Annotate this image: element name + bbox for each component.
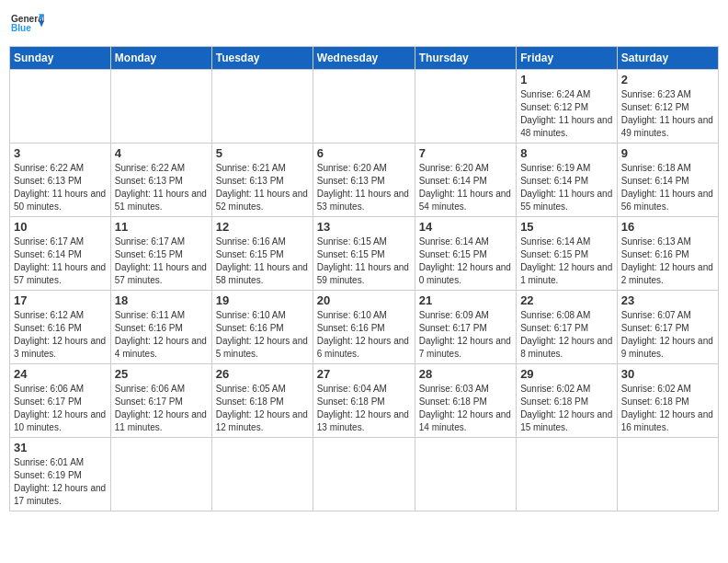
calendar-cell: 28Sunrise: 6:03 AM Sunset: 6:18 PM Dayli… (415, 364, 516, 438)
calendar-cell: 20Sunrise: 6:10 AM Sunset: 6:16 PM Dayli… (313, 291, 415, 364)
day-number: 31 (14, 441, 107, 454)
day-number: 30 (621, 367, 714, 381)
calendar-cell: 1Sunrise: 6:24 AM Sunset: 6:12 PM Daylig… (517, 70, 618, 144)
calendar-cell: 14Sunrise: 6:14 AM Sunset: 6:15 PM Dayli… (415, 217, 516, 291)
day-info: Sunrise: 6:19 AM Sunset: 6:14 PM Dayligh… (520, 162, 613, 213)
svg-text:Blue: Blue (11, 23, 31, 33)
day-number: 11 (115, 220, 208, 234)
day-info: Sunrise: 6:05 AM Sunset: 6:18 PM Dayligh… (216, 383, 309, 434)
calendar-cell: 2Sunrise: 6:23 AM Sunset: 6:12 PM Daylig… (617, 70, 718, 144)
day-info: Sunrise: 6:13 AM Sunset: 6:16 PM Dayligh… (621, 236, 714, 287)
day-number: 23 (621, 293, 714, 307)
calendar-week-row: 1Sunrise: 6:24 AM Sunset: 6:12 PM Daylig… (10, 70, 719, 144)
calendar-cell: 29Sunrise: 6:02 AM Sunset: 6:18 PM Dayli… (517, 364, 618, 438)
day-info: Sunrise: 6:18 AM Sunset: 6:14 PM Dayligh… (621, 162, 714, 213)
day-info: Sunrise: 6:10 AM Sunset: 6:16 PM Dayligh… (216, 309, 309, 361)
calendar-cell: 7Sunrise: 6:20 AM Sunset: 6:14 PM Daylig… (415, 144, 516, 217)
calendar-cell (313, 70, 415, 144)
calendar-cell: 24Sunrise: 6:06 AM Sunset: 6:17 PM Dayli… (10, 364, 111, 438)
calendar-cell (517, 438, 618, 511)
calendar-cell (617, 438, 718, 511)
day-info: Sunrise: 6:24 AM Sunset: 6:12 PM Dayligh… (520, 88, 613, 140)
day-info: Sunrise: 6:06 AM Sunset: 6:17 PM Dayligh… (14, 383, 107, 434)
day-number: 13 (317, 220, 411, 234)
day-info: Sunrise: 6:01 AM Sunset: 6:19 PM Dayligh… (14, 456, 107, 508)
day-number: 7 (419, 146, 512, 160)
day-headers-row: SundayMondayTuesdayWednesdayThursdayFrid… (10, 47, 719, 70)
day-info: Sunrise: 6:22 AM Sunset: 6:13 PM Dayligh… (115, 162, 208, 213)
day-info: Sunrise: 6:23 AM Sunset: 6:12 PM Dayligh… (621, 88, 714, 140)
calendar-cell (110, 70, 211, 144)
logo: General Blue (9, 13, 44, 40)
day-info: Sunrise: 6:02 AM Sunset: 6:18 PM Dayligh… (621, 383, 714, 434)
day-number: 28 (419, 367, 512, 381)
day-number: 4 (115, 146, 208, 160)
header: General Blue (9, 9, 719, 40)
calendar-cell: 16Sunrise: 6:13 AM Sunset: 6:16 PM Dayli… (617, 217, 718, 291)
day-header-saturday: Saturday (617, 47, 718, 70)
calendar-cell (415, 438, 516, 511)
calendar-cell (415, 70, 516, 144)
day-info: Sunrise: 6:11 AM Sunset: 6:16 PM Dayligh… (115, 309, 208, 361)
calendar-cell: 30Sunrise: 6:02 AM Sunset: 6:18 PM Dayli… (617, 364, 718, 438)
calendar-week-row: 10Sunrise: 6:17 AM Sunset: 6:14 PM Dayli… (10, 217, 719, 291)
day-number: 12 (216, 220, 309, 234)
calendar-cell: 10Sunrise: 6:17 AM Sunset: 6:14 PM Dayli… (10, 217, 111, 291)
calendar-cell (211, 70, 313, 144)
calendar-cell: 13Sunrise: 6:15 AM Sunset: 6:15 PM Dayli… (313, 217, 415, 291)
day-number: 8 (520, 146, 613, 160)
calendar-cell (110, 438, 211, 511)
day-info: Sunrise: 6:12 AM Sunset: 6:16 PM Dayligh… (14, 309, 107, 361)
calendar-cell: 6Sunrise: 6:20 AM Sunset: 6:13 PM Daylig… (313, 144, 415, 217)
day-info: Sunrise: 6:17 AM Sunset: 6:15 PM Dayligh… (115, 236, 208, 287)
day-number: 27 (317, 367, 411, 381)
day-info: Sunrise: 6:14 AM Sunset: 6:15 PM Dayligh… (419, 236, 512, 287)
calendar-body: 1Sunrise: 6:24 AM Sunset: 6:12 PM Daylig… (10, 70, 719, 511)
day-number: 10 (14, 220, 107, 234)
calendar-cell: 23Sunrise: 6:07 AM Sunset: 6:17 PM Dayli… (617, 291, 718, 364)
day-info: Sunrise: 6:15 AM Sunset: 6:15 PM Dayligh… (317, 236, 411, 287)
day-number: 3 (14, 146, 107, 160)
day-number: 26 (216, 367, 309, 381)
day-info: Sunrise: 6:17 AM Sunset: 6:14 PM Dayligh… (14, 236, 107, 287)
day-number: 1 (520, 73, 613, 86)
day-info: Sunrise: 6:02 AM Sunset: 6:18 PM Dayligh… (520, 383, 613, 434)
day-number: 6 (317, 146, 411, 160)
day-number: 18 (115, 293, 208, 307)
day-info: Sunrise: 6:16 AM Sunset: 6:15 PM Dayligh… (216, 236, 309, 287)
day-header-sunday: Sunday (10, 47, 111, 70)
calendar-cell: 27Sunrise: 6:04 AM Sunset: 6:18 PM Dayli… (313, 364, 415, 438)
day-number: 20 (317, 293, 411, 307)
day-header-thursday: Thursday (415, 47, 516, 70)
calendar-week-row: 31Sunrise: 6:01 AM Sunset: 6:19 PM Dayli… (10, 438, 719, 511)
day-number: 16 (621, 220, 714, 234)
calendar-week-row: 3Sunrise: 6:22 AM Sunset: 6:13 PM Daylig… (10, 144, 719, 217)
calendar-cell: 12Sunrise: 6:16 AM Sunset: 6:15 PM Dayli… (211, 217, 313, 291)
day-info: Sunrise: 6:03 AM Sunset: 6:18 PM Dayligh… (419, 383, 512, 434)
day-number: 29 (520, 367, 613, 381)
day-number: 19 (216, 293, 309, 307)
calendar-cell: 26Sunrise: 6:05 AM Sunset: 6:18 PM Dayli… (211, 364, 313, 438)
day-info: Sunrise: 6:10 AM Sunset: 6:16 PM Dayligh… (317, 309, 411, 361)
calendar-cell: 25Sunrise: 6:06 AM Sunset: 6:17 PM Dayli… (110, 364, 211, 438)
day-info: Sunrise: 6:07 AM Sunset: 6:17 PM Dayligh… (621, 309, 714, 361)
calendar-cell: 19Sunrise: 6:10 AM Sunset: 6:16 PM Dayli… (211, 291, 313, 364)
day-header-wednesday: Wednesday (313, 47, 415, 70)
calendar-cell: 9Sunrise: 6:18 AM Sunset: 6:14 PM Daylig… (617, 144, 718, 217)
day-number: 17 (14, 293, 107, 307)
day-number: 14 (419, 220, 512, 234)
logo-area: General Blue (9, 9, 44, 40)
calendar-week-row: 17Sunrise: 6:12 AM Sunset: 6:16 PM Dayli… (10, 291, 719, 364)
day-info: Sunrise: 6:08 AM Sunset: 6:17 PM Dayligh… (520, 309, 613, 361)
calendar-cell (211, 438, 313, 511)
svg-text:General: General (11, 14, 44, 24)
day-number: 5 (216, 146, 309, 160)
calendar-cell (10, 70, 111, 144)
calendar-header: SundayMondayTuesdayWednesdayThursdayFrid… (10, 47, 719, 70)
day-info: Sunrise: 6:22 AM Sunset: 6:13 PM Dayligh… (14, 162, 107, 213)
calendar-table: SundayMondayTuesdayWednesdayThursdayFrid… (9, 46, 719, 511)
calendar-cell: 3Sunrise: 6:22 AM Sunset: 6:13 PM Daylig… (10, 144, 111, 217)
calendar-cell: 21Sunrise: 6:09 AM Sunset: 6:17 PM Dayli… (415, 291, 516, 364)
calendar-cell: 5Sunrise: 6:21 AM Sunset: 6:13 PM Daylig… (211, 144, 313, 217)
day-number: 15 (520, 220, 613, 234)
